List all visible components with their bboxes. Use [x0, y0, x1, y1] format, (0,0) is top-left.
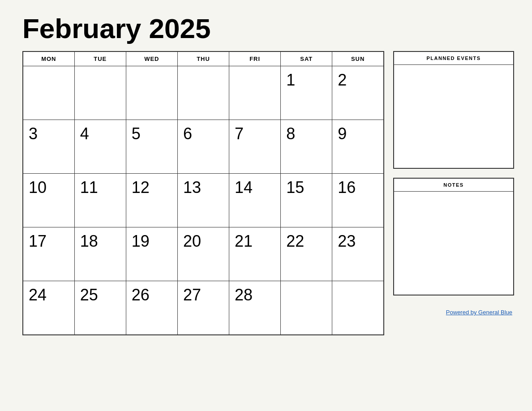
calendar-day-27: 27 [177, 281, 229, 335]
calendar-day-7: 7 [229, 120, 281, 174]
calendar-day-2: 2 [332, 66, 384, 120]
calendar-day-empty [23, 66, 74, 120]
calendar-week-row: 17181920212223 [23, 227, 384, 281]
day-header-tue: TUE [74, 51, 126, 66]
calendar-day-empty [229, 66, 281, 120]
calendar-day-3: 3 [23, 120, 74, 174]
calendar-day-18: 18 [74, 227, 126, 281]
day-header-fri: FRI [229, 51, 281, 66]
calendar-day-10: 10 [23, 174, 74, 227]
calendar-day-empty [74, 66, 126, 120]
calendar-day-16: 16 [332, 174, 384, 227]
sidebar: PLANNED EVENTS NOTES Powered by General … [393, 51, 514, 316]
planned-events-body [394, 65, 513, 168]
planned-events-header: PLANNED EVENTS [394, 52, 513, 65]
calendar-day-9: 9 [332, 120, 384, 174]
calendar-week-row: 12 [23, 66, 384, 120]
planned-events-box: PLANNED EVENTS [393, 51, 514, 169]
calendar-day-12: 12 [126, 174, 177, 227]
calendar-day-11: 11 [74, 174, 126, 227]
calendar-section: MONTUEWEDTHUFRISATSUN 123456789101112131… [22, 51, 384, 335]
day-header-sun: SUN [332, 51, 384, 66]
calendar-header: MONTUEWEDTHUFRISATSUN [23, 51, 384, 66]
calendar-day-13: 13 [177, 174, 229, 227]
day-header-mon: MON [23, 51, 74, 66]
notes-body [394, 192, 513, 295]
calendar-day-6: 6 [177, 120, 229, 174]
calendar-day-22: 22 [281, 227, 332, 281]
calendar-day-empty [126, 66, 177, 120]
days-of-week-row: MONTUEWEDTHUFRISATSUN [23, 51, 384, 66]
main-layout: MONTUEWEDTHUFRISATSUN 123456789101112131… [22, 51, 514, 335]
calendar-week-row: 3456789 [23, 120, 384, 174]
calendar-day-26: 26 [126, 281, 177, 335]
calendar-day-empty [177, 66, 229, 120]
notes-box: NOTES [393, 178, 514, 295]
calendar-day-24: 24 [23, 281, 74, 335]
powered-by: Powered by General Blue [393, 308, 514, 316]
calendar-day-19: 19 [126, 227, 177, 281]
calendar-day-25: 25 [74, 281, 126, 335]
day-header-wed: WED [126, 51, 177, 66]
calendar-week-row: 2425262728 [23, 281, 384, 335]
calendar-day-4: 4 [74, 120, 126, 174]
calendar-day-empty [281, 281, 332, 335]
calendar-body: 1234567891011121314151617181920212223242… [23, 66, 384, 335]
calendar-table: MONTUEWEDTHUFRISATSUN 123456789101112131… [22, 51, 384, 335]
notes-header: NOTES [394, 179, 513, 192]
calendar-day-28: 28 [229, 281, 281, 335]
calendar-day-5: 5 [126, 120, 177, 174]
calendar-day-14: 14 [229, 174, 281, 227]
calendar-day-1: 1 [281, 66, 332, 120]
day-header-sat: SAT [281, 51, 332, 66]
day-header-thu: THU [177, 51, 229, 66]
page-title: February 2025 [22, 13, 514, 44]
calendar-day-21: 21 [229, 227, 281, 281]
calendar-week-row: 10111213141516 [23, 174, 384, 227]
calendar-day-15: 15 [281, 174, 332, 227]
calendar-day-17: 17 [23, 227, 74, 281]
calendar-day-empty [332, 281, 384, 335]
powered-by-link[interactable]: Powered by General Blue [446, 309, 512, 316]
calendar-day-8: 8 [281, 120, 332, 174]
calendar-day-23: 23 [332, 227, 384, 281]
calendar-day-20: 20 [177, 227, 229, 281]
